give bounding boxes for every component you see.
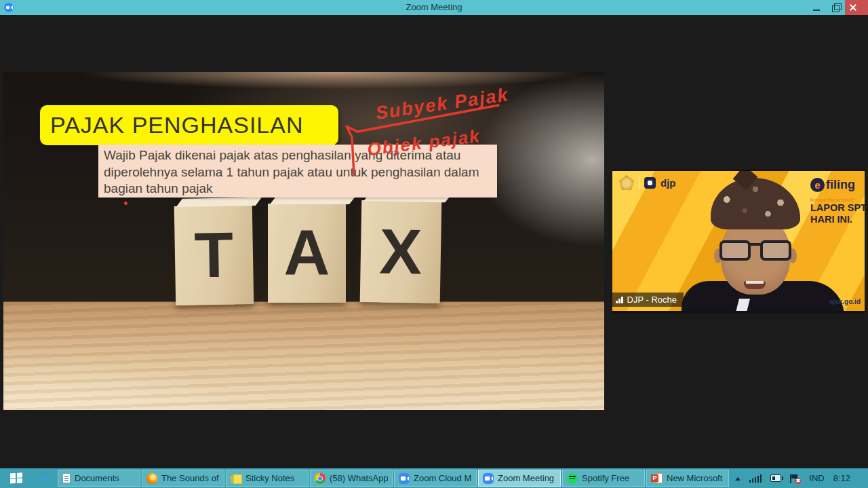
internet-explorer-icon: e <box>41 471 47 485</box>
audio-signal-icon <box>616 297 623 303</box>
taskbar-button-whatsapp[interactable]: (58) WhatsApp ... <box>310 470 393 487</box>
video-header-logos: djp <box>619 175 676 190</box>
sticky-notes-icon <box>231 473 241 484</box>
start-button[interactable] <box>0 468 31 488</box>
taskbar: e Documents The Sounds of I... Sticky No… <box>0 468 868 488</box>
slide-title: PAJAK PENGHASILAN <box>40 105 338 145</box>
taskbar-button-documents[interactable]: Documents <box>58 470 140 487</box>
participant-name: DJP - Roche <box>627 295 677 305</box>
taskbar-button-spotify[interactable]: Spotify Free <box>562 470 645 487</box>
djp-logo-icon <box>644 177 656 189</box>
tax-letter: X <box>379 219 422 284</box>
document-icon <box>62 473 71 483</box>
tax-block-a: A <box>268 204 346 303</box>
network-signal-icon[interactable] <box>749 474 762 483</box>
slide-photo-table <box>3 303 604 410</box>
window-title: Zoom Meeting <box>0 0 868 15</box>
taskbar-button-sticky-notes[interactable]: Sticky Notes <box>226 470 309 487</box>
efiling-tagline: Kenapa Harus Nanti? <box>810 198 855 202</box>
avatar-headband <box>711 178 800 229</box>
participant-video-tile[interactable]: djp e filing Kenapa Harus Nanti? LAPOR S… <box>612 170 865 314</box>
window-controls <box>807 0 868 15</box>
battery-icon[interactable] <box>770 474 781 482</box>
taskbar-button-zoom-cloud[interactable]: Zoom Cloud M... <box>394 470 477 487</box>
zoom-meeting-window: Zoom Meeting T A X PAJAK PENGHASILAN Waj… <box>0 0 868 488</box>
avatar-glasses <box>718 240 793 262</box>
efiling-banner: e filing Kenapa Harus Nanti? LAPOR SPT H… <box>810 178 855 225</box>
taskbar-button-powerpoint[interactable]: P New Microsoft ... <box>646 470 729 487</box>
annotation-dot <box>124 202 127 205</box>
chrome-icon <box>315 473 326 484</box>
taskbar-button-sounds[interactable]: The Sounds of I... <box>142 470 224 487</box>
efiling-logo-icon: e <box>810 178 825 192</box>
shared-screen-slide: T A X PAJAK PENGHASILAN Wajib Pajak dike… <box>3 72 604 410</box>
language-indicator[interactable]: IND <box>809 473 824 483</box>
powerpoint-icon: P <box>651 473 663 483</box>
spotify-icon <box>567 473 578 484</box>
taskbar-button-zoom-meeting[interactable]: Zoom Meeting <box>478 470 561 487</box>
kemenkeu-logo-icon <box>619 175 634 190</box>
efiling-brand-text: filing <box>826 178 855 192</box>
firefox-icon <box>146 473 157 484</box>
efiling-line1: LAPOR SPT <box>810 202 855 214</box>
system-tray: IND 8:12 <box>735 468 868 488</box>
participant-avatar <box>701 176 809 314</box>
minimize-button[interactable] <box>807 0 826 15</box>
clock[interactable]: 8:12 <box>833 473 850 483</box>
logo-divider <box>639 176 639 189</box>
tax-letter: A <box>284 221 330 285</box>
participant-name-label: DJP - Roche <box>612 293 684 307</box>
window-titlebar: Zoom Meeting <box>0 0 868 15</box>
tax-block-x: X <box>360 200 442 303</box>
close-button[interactable] <box>845 0 868 15</box>
taskbar-internet-explorer[interactable]: e <box>31 468 57 488</box>
tax-block-t: T <box>174 205 254 305</box>
djp-logo-text: djp <box>660 177 676 189</box>
zoom-camera-icon <box>399 473 410 484</box>
windows-logo-icon <box>10 472 22 483</box>
action-center-flag-icon[interactable] <box>790 474 800 483</box>
avatar-head <box>715 178 795 295</box>
efiling-line2: HARI INI. <box>810 214 855 225</box>
avatar-mouth <box>744 281 766 289</box>
zoom-camera-icon <box>483 473 494 484</box>
video-watermark: ajak.go.id <box>829 298 861 305</box>
tax-letter: T <box>194 223 234 288</box>
show-hidden-icons-icon[interactable] <box>735 474 741 481</box>
restore-button[interactable] <box>826 0 845 15</box>
